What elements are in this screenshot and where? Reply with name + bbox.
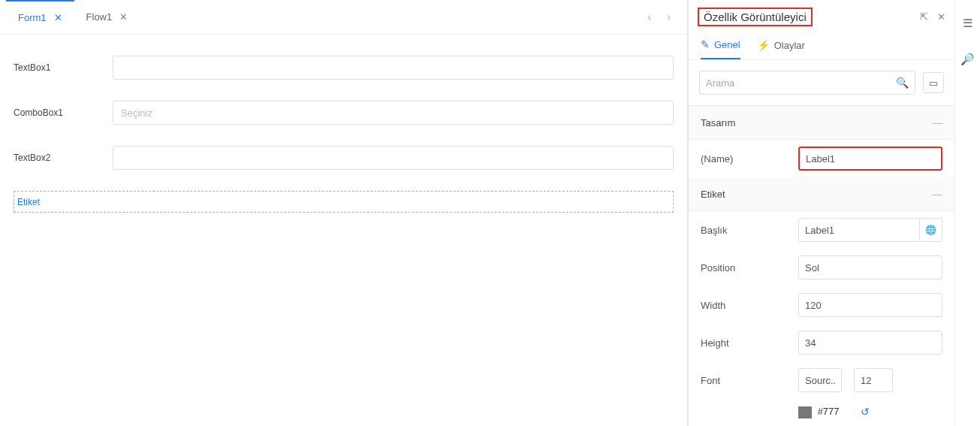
selected-label-text: Etiket bbox=[17, 197, 40, 207]
textbox1-input[interactable] bbox=[113, 56, 674, 80]
properties-panel: Özellik Görüntüleyici ⇱ ✕ ✎ Genel ⚡ Olay… bbox=[688, 0, 954, 426]
translate-button[interactable]: 🌐 bbox=[920, 218, 942, 242]
selected-label-element[interactable]: Etiket bbox=[14, 191, 674, 213]
field-label: TextBox1 bbox=[14, 62, 113, 73]
properties-tabs: ✎ Genel ⚡ Olaylar bbox=[689, 32, 954, 60]
prop-label-font: Font bbox=[701, 375, 791, 386]
tab-label: Form1 bbox=[18, 12, 47, 23]
search-row: 🔍 ▭ bbox=[689, 60, 954, 106]
close-icon[interactable]: ✕ bbox=[119, 11, 128, 23]
chevron-left-icon[interactable]: ‹ bbox=[647, 11, 651, 24]
search-input[interactable] bbox=[706, 77, 896, 89]
tab-nav: ‹ › bbox=[647, 11, 681, 24]
outline-icon[interactable]: ☰ bbox=[963, 17, 972, 30]
chevron-right-icon[interactable]: › bbox=[667, 11, 671, 24]
form-row-textbox2: TextBox2 bbox=[14, 146, 674, 170]
form-row-textbox1: TextBox1 bbox=[14, 56, 674, 80]
undo-icon[interactable]: ↺ bbox=[861, 406, 870, 418]
prop-row-baslik: Başlık 🌐 bbox=[689, 211, 954, 249]
prop-input-name[interactable] bbox=[798, 147, 942, 171]
search-box[interactable]: 🔍 bbox=[699, 71, 915, 95]
pin-icon[interactable]: ⇱ bbox=[920, 11, 928, 23]
tab-flow1[interactable]: Flow1 ✕ bbox=[74, 0, 140, 34]
inspect-icon[interactable]: 🔎 bbox=[960, 53, 975, 66]
prop-row-color: #777 ↺ bbox=[689, 399, 954, 425]
close-icon[interactable]: ✕ bbox=[937, 11, 945, 23]
form-row-combobox1: ComboBox1 bbox=[14, 101, 674, 125]
tab-form1[interactable]: Form1 ✕ bbox=[6, 0, 74, 34]
tab-events-label: Olaylar bbox=[774, 40, 805, 51]
lightning-icon: ⚡ bbox=[757, 39, 770, 51]
color-swatch-container[interactable]: #777 bbox=[798, 406, 840, 418]
textbox2-input[interactable] bbox=[113, 146, 674, 170]
section-design-header[interactable]: Tasarım — bbox=[689, 106, 954, 140]
prop-input-font-size[interactable] bbox=[854, 368, 893, 392]
color-swatch bbox=[798, 406, 812, 418]
tab-events[interactable]: ⚡ Olaylar bbox=[757, 38, 805, 59]
prop-row-name: (Name) bbox=[689, 140, 954, 177]
canvas-area: Form1 ✕ Flow1 ✕ ‹ › TextBox1 ComboBox1 bbox=[0, 0, 688, 426]
close-icon[interactable]: ✕ bbox=[54, 12, 62, 23]
field-label: TextBox2 bbox=[14, 153, 113, 163]
prop-input-baslik[interactable] bbox=[798, 218, 920, 242]
tab-general[interactable]: ✎ Genel bbox=[701, 38, 740, 59]
prop-row-font: Font bbox=[689, 361, 954, 399]
prop-input-height[interactable] bbox=[798, 331, 942, 355]
prop-label-position: Position bbox=[701, 262, 791, 273]
prop-input-font-family[interactable] bbox=[798, 368, 842, 392]
prop-input-width[interactable] bbox=[798, 293, 942, 317]
prop-row-width: Width bbox=[689, 286, 954, 324]
collapse-icon[interactable]: — bbox=[932, 116, 942, 128]
wand-icon: ✎ bbox=[701, 38, 710, 50]
collapse-icon[interactable]: — bbox=[932, 188, 942, 200]
prop-row-height: Height bbox=[689, 324, 954, 361]
prop-label-height: Height bbox=[701, 337, 791, 349]
section-etiket-header[interactable]: Etiket — bbox=[689, 177, 954, 211]
properties-title: Özellik Görüntüleyici bbox=[698, 8, 813, 26]
tabs-bar: Form1 ✕ Flow1 ✕ ‹ › bbox=[0, 0, 687, 35]
color-value: #777 bbox=[818, 406, 840, 417]
form-body: TextBox1 ComboBox1 TextBox2 Etiket bbox=[0, 35, 687, 426]
combobox1-input[interactable] bbox=[113, 101, 674, 125]
prop-label-baslik: Başlık bbox=[701, 225, 791, 236]
expand-all-button[interactable]: ▭ bbox=[923, 72, 944, 93]
side-rail: ☰ 🔎 bbox=[954, 0, 980, 426]
prop-label-name: (Name) bbox=[701, 153, 791, 165]
prop-row-position: Position bbox=[689, 249, 954, 286]
prop-input-position[interactable] bbox=[798, 255, 942, 279]
tab-general-label: Genel bbox=[714, 39, 740, 50]
tab-label: Flow1 bbox=[86, 11, 113, 23]
section-title: Etiket bbox=[701, 189, 725, 200]
section-title: Tasarım bbox=[701, 117, 735, 128]
field-label: ComboBox1 bbox=[14, 107, 113, 118]
properties-header: Özellik Görüntüleyici ⇱ ✕ bbox=[689, 0, 954, 32]
search-icon[interactable]: 🔍 bbox=[896, 77, 909, 89]
prop-label-width: Width bbox=[701, 300, 791, 311]
